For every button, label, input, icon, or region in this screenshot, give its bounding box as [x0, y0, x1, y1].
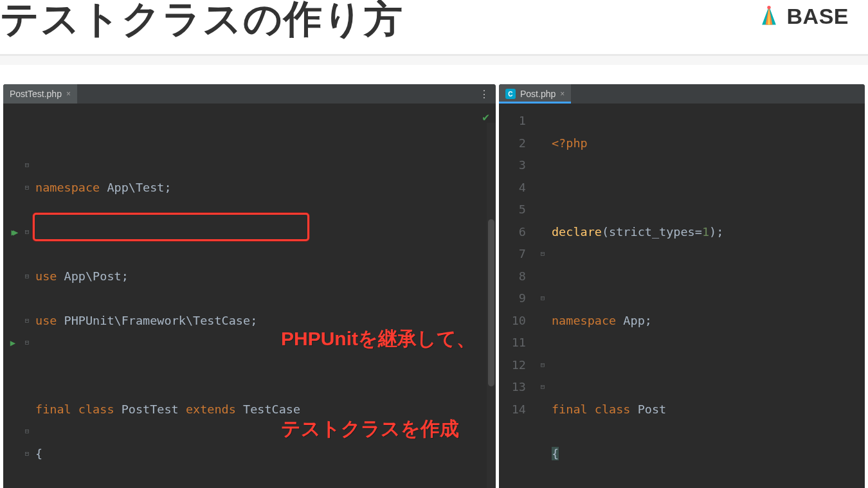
fold-icon[interactable]: ⊟ — [538, 376, 548, 399]
fold-icon[interactable]: ⊟ — [23, 221, 32, 244]
brand-name: BASE — [787, 4, 849, 29]
tab-more-icon[interactable]: ⋮ — [473, 88, 496, 100]
brand: BASE — [757, 0, 849, 29]
fold-gutter-right: ⊟ ⊟ ⊟ ⊟ — [538, 104, 548, 488]
tabbar-right: C Post.php × — [499, 84, 865, 104]
fold-icon[interactable]: ⊟ — [538, 354, 548, 377]
class-file-icon: C — [505, 89, 516, 99]
brand-logo-icon — [757, 5, 781, 28]
scrollbar-thumb[interactable] — [488, 219, 494, 386]
close-icon[interactable]: × — [560, 89, 565, 98]
run-class-icon[interactable]: ▶▶ — [3, 221, 23, 244]
editor-pane-right: C Post.php × 1 2 3 4 5 6 7 8 9 10 11 12 … — [499, 84, 865, 488]
code-area-left[interactable]: ✔ namespace App\Test; use App\Post; use … — [32, 104, 496, 488]
fold-icon[interactable]: ⊟ — [23, 177, 32, 199]
close-icon[interactable]: × — [66, 89, 71, 98]
tab-post-php[interactable]: C Post.php × — [499, 84, 571, 104]
fold-icon[interactable]: ⊟ — [538, 287, 548, 310]
tab-posttest-php[interactable]: PostTest.php × — [3, 84, 77, 104]
code-editor-right[interactable]: 1 2 3 4 5 6 7 8 9 10 11 12 13 14 ⊟ ⊟ — [499, 104, 865, 488]
ide-split-view: PostTest.php × ⋮ ▶▶ ▶ ⊟ ⊟ ⊟ — [0, 65, 868, 488]
fold-icon[interactable]: ⊟ — [23, 332, 32, 354]
slide-header: テストクラスの作り方 BASE — [0, 0, 868, 56]
tab-label: Post.php — [520, 89, 556, 99]
fold-icon[interactable]: ⊟ — [23, 266, 32, 288]
code-area-right[interactable]: <?php declare(strict_types=1); namespace… — [548, 104, 865, 488]
scrollbar[interactable] — [487, 123, 496, 488]
fold-icon[interactable]: ⊟ — [23, 420, 32, 443]
line-number-gutter: 1 2 3 4 5 6 7 8 9 10 11 12 13 14 — [499, 104, 538, 488]
fold-gutter-left: ⊟ ⊟ ⊟ ⊟ ⊟ ⊟ ⊟ ⊟ — [23, 104, 32, 488]
tabbar-left: PostTest.php × ⋮ — [3, 84, 496, 104]
run-marker-gutter: ▶▶ ▶ — [3, 104, 23, 488]
header-separator — [0, 56, 868, 65]
fold-icon[interactable]: ⊟ — [23, 443, 32, 465]
svg-point-3 — [767, 5, 770, 8]
slide-title: テストクラスの作り方 — [0, 0, 404, 39]
fold-icon[interactable]: ⊟ — [23, 310, 32, 332]
run-test-icon[interactable]: ▶ — [3, 332, 23, 354]
fold-icon[interactable]: ⊟ — [23, 154, 32, 177]
tab-label: PostTest.php — [10, 89, 62, 99]
fold-icon[interactable]: ⊟ — [538, 243, 548, 266]
editor-pane-left: PostTest.php × ⋮ ▶▶ ▶ ⊟ ⊟ ⊟ — [3, 84, 496, 488]
code-editor-left[interactable]: ▶▶ ▶ ⊟ ⊟ ⊟ ⊟ ⊟ ⊟ ⊟ ⊟ — [3, 104, 496, 488]
